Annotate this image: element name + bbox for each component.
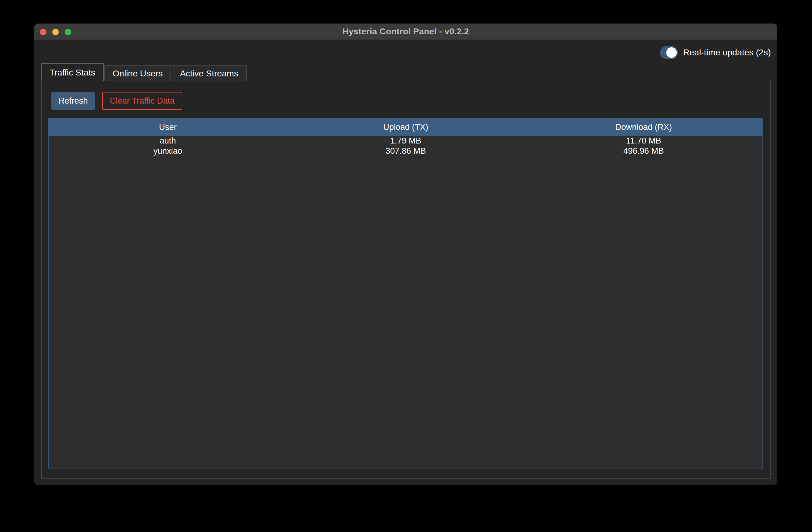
refresh-button[interactable]: Refresh bbox=[52, 92, 95, 110]
tab-traffic-stats[interactable]: Traffic Stats bbox=[41, 63, 104, 82]
close-button-icon[interactable] bbox=[40, 29, 46, 35]
cell-user: auth bbox=[49, 136, 287, 146]
traffic-lights bbox=[40, 24, 71, 40]
realtime-toggle-label: Real-time updates (2s) bbox=[683, 48, 771, 58]
titlebar: Hysteria Control Panel - v0.2.2 bbox=[34, 24, 777, 40]
window-title: Hysteria Control Panel - v0.2.2 bbox=[342, 27, 469, 36]
tab-online-users[interactable]: Online Users bbox=[104, 65, 171, 82]
cell-upload: 307.86 MB bbox=[287, 146, 525, 156]
toggle-knob-icon bbox=[666, 47, 677, 58]
minimize-button-icon[interactable] bbox=[52, 29, 59, 35]
column-header-upload-tx[interactable]: Upload (TX) bbox=[287, 118, 525, 136]
app-window: Hysteria Control Panel - v0.2.2 Real-tim… bbox=[34, 24, 777, 485]
cell-upload: 1.79 MB bbox=[287, 136, 525, 146]
traffic-stats-table: User Upload (TX) Download (RX) auth 1.79… bbox=[48, 118, 763, 469]
column-header-user[interactable]: User bbox=[49, 118, 287, 136]
cell-download: 496.96 MB bbox=[524, 146, 763, 156]
column-header-download-rx[interactable]: Download (RX) bbox=[524, 118, 763, 136]
tab-active-streams[interactable]: Active Streams bbox=[172, 65, 247, 82]
table-row[interactable]: yunxiao 307.86 MB 496.96 MB bbox=[49, 146, 763, 156]
table-row[interactable]: auth 1.79 MB 11.70 MB bbox=[49, 136, 763, 146]
realtime-toggle[interactable] bbox=[660, 46, 678, 59]
table-body: auth 1.79 MB 11.70 MB yunxiao 307.86 MB … bbox=[49, 136, 763, 156]
cell-download: 11.70 MB bbox=[524, 136, 763, 146]
cell-user: yunxiao bbox=[49, 146, 287, 156]
clear-traffic-data-button[interactable]: Clear Traffic Data bbox=[102, 92, 182, 110]
table-header-row: User Upload (TX) Download (RX) bbox=[49, 118, 763, 136]
realtime-updates-control: Real-time updates (2s) bbox=[660, 46, 771, 59]
zoom-button-icon[interactable] bbox=[65, 29, 71, 35]
tab-bar: Traffic Stats Online Users Active Stream… bbox=[41, 63, 247, 82]
